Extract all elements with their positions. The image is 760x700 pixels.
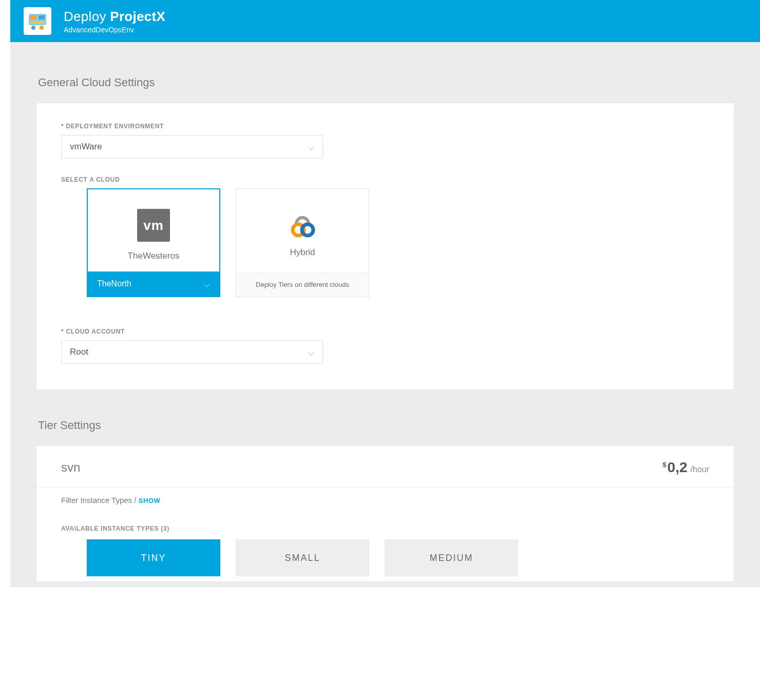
cloud-account-select[interactable]: Root	[61, 340, 323, 364]
svg-point-4	[31, 26, 35, 30]
price-block: $ 0,2 /hour	[662, 459, 709, 476]
svg-rect-3	[30, 21, 45, 24]
cloud-card-body: vm TheWesteros	[88, 189, 219, 271]
price-value: 0,2	[668, 459, 688, 476]
cloud-card-westeros[interactable]: vm TheWesteros TheNorth	[87, 188, 220, 297]
instance-small-button[interactable]: SMALL	[236, 539, 369, 576]
tier-filter-row: Filter Instance Types / SHOW	[36, 487, 734, 513]
price-unit: /hour	[691, 465, 709, 474]
available-types-label: AVAILABLE INSTANCE TYPES (3)	[61, 525, 709, 532]
title-strong: ProjectX	[110, 9, 165, 24]
app-icon	[24, 7, 51, 35]
header-subtitle: AdvancedDevOpsEnv	[64, 26, 165, 34]
svg-point-5	[40, 26, 44, 30]
chevron-down-icon	[309, 349, 314, 355]
deploy-env-value: vmWare	[70, 142, 102, 152]
tier-body: AVAILABLE INSTANCE TYPES (3) TINY SMALL …	[36, 513, 734, 581]
chevron-down-icon	[205, 281, 210, 286]
cloud-card-label: TheWesteros	[128, 251, 180, 261]
cloud-card-hybrid[interactable]: Hybrid Deploy Tiers on different clouds	[236, 188, 369, 297]
page-title: Deploy ProjectX	[64, 9, 165, 25]
select-cloud-label: SELECT A CLOUD	[61, 176, 709, 183]
header-title-block: Deploy ProjectX AdvancedDevOpsEnv	[64, 9, 165, 34]
cloud-card-footer: Deploy Tiers on different clouds	[236, 272, 369, 297]
title-prefix: Deploy	[64, 9, 106, 24]
instance-tiny-button[interactable]: TINY	[87, 539, 220, 576]
price-currency: $	[662, 461, 666, 469]
filter-label: Filter Instance Types /	[61, 496, 136, 504]
svg-rect-1	[30, 15, 36, 20]
deploy-env-label: * DEPLOYMENT ENVIRONMENT	[61, 123, 709, 130]
vmware-icon: vm	[137, 209, 170, 242]
page-body: General Cloud Settings * DEPLOYMENT ENVI…	[10, 42, 760, 587]
tier-panel: svn $ 0,2 /hour Filter Instance Types / …	[36, 445, 734, 582]
cloud-account-label: * CLOUD ACCOUNT	[61, 328, 709, 335]
cloud-account-value: Root	[70, 347, 88, 357]
cloud-cards-row: vm TheWesteros TheNorth	[87, 188, 709, 297]
section-title-general: General Cloud Settings	[38, 76, 732, 89]
tier-name: svn	[61, 460, 80, 475]
deploy-env-select[interactable]: vmWare	[61, 135, 323, 159]
svg-rect-2	[39, 15, 45, 20]
cloud-card-body: Hybrid	[236, 189, 369, 272]
cloud-region-value: TheNorth	[97, 279, 131, 288]
hybrid-cloud-icon	[286, 212, 319, 238]
tier-header: svn $ 0,2 /hour	[36, 446, 734, 487]
section-title-tier: Tier Settings	[38, 419, 732, 432]
app-icon-svg	[27, 11, 48, 31]
header-bar: Deploy ProjectX AdvancedDevOpsEnv	[10, 0, 760, 42]
cloud-region-select[interactable]: TheNorth	[88, 271, 219, 296]
instance-row: TINY SMALL MEDIUM	[87, 539, 709, 576]
cloud-card-label: Hybrid	[290, 247, 315, 258]
general-panel: * DEPLOYMENT ENVIRONMENT vmWare SELECT A…	[36, 103, 734, 390]
svg-point-7	[302, 224, 313, 236]
instance-medium-button[interactable]: MEDIUM	[385, 539, 518, 576]
show-link[interactable]: SHOW	[139, 497, 161, 504]
chevron-down-icon	[309, 144, 314, 149]
